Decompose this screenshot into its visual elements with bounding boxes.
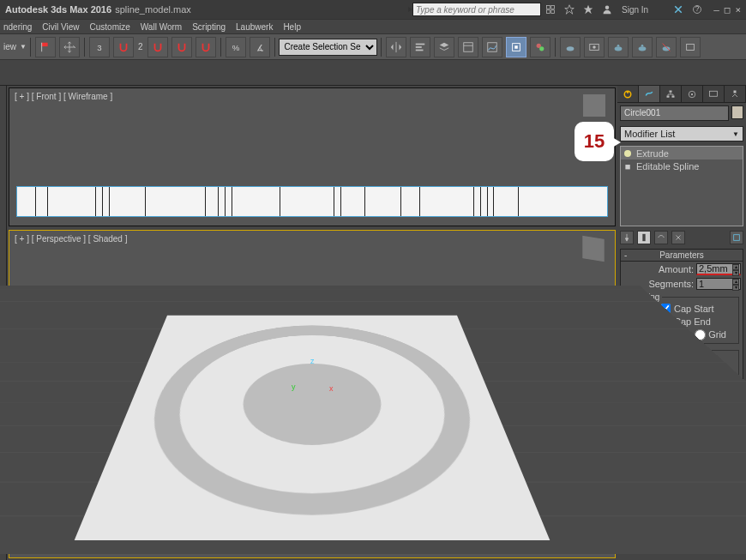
svg-point-26 — [593, 45, 596, 49]
menu-laubwerk[interactable]: Laubwerk — [236, 22, 273, 32]
render-setup-button[interactable] — [560, 37, 581, 57]
tab-create[interactable] — [617, 86, 639, 102]
scene-explorer-button[interactable] — [458, 37, 478, 57]
percent-snap-button[interactable]: % — [226, 37, 246, 57]
view-label: iew — [2, 42, 18, 51]
svg-rect-41 — [734, 90, 737, 93]
snap-toggle-button[interactable]: 3 — [89, 37, 110, 57]
close-button[interactable]: × — [735, 4, 741, 15]
spinner-down-icon[interactable]: ▾ — [732, 285, 739, 291]
sign-in-link[interactable]: Sign In — [622, 5, 648, 15]
amount-spinner[interactable]: 2,5mm ▴▾ — [696, 263, 741, 275]
menu-help[interactable]: Help — [283, 22, 301, 32]
segments-spinner[interactable]: 1 ▴▾ — [696, 278, 741, 290]
command-panel-tabs — [617, 86, 746, 103]
schematic-view-button[interactable] — [506, 37, 526, 57]
make-unique-button[interactable] — [654, 231, 668, 244]
svg-point-39 — [691, 93, 693, 94]
spinner-up-icon[interactable]: ▴ — [732, 279, 739, 285]
callout-number: 15 — [584, 130, 605, 153]
svg-point-30 — [641, 44, 643, 46]
expand-plus-icon[interactable]: ■ — [624, 161, 631, 172]
menu-civil-view[interactable]: Civil View — [42, 22, 79, 32]
svg-rect-1 — [551, 6, 555, 9]
pin-stack-button[interactable] — [620, 231, 634, 244]
viewcube-front[interactable] — [582, 93, 606, 117]
object-name-field[interactable]: Circle001 — [620, 105, 729, 121]
magnet-b-button[interactable] — [147, 37, 168, 57]
user-icon[interactable] — [600, 3, 614, 16]
toolbar-spacer — [0, 60, 746, 86]
search-submit-icon[interactable] — [544, 3, 557, 16]
search-box[interactable] — [412, 3, 541, 16]
magnet-d-button[interactable] — [196, 37, 216, 57]
tab-display[interactable] — [703, 86, 725, 102]
tab-utilities[interactable] — [725, 86, 746, 102]
material-editor-button[interactable] — [530, 37, 550, 57]
move-button[interactable] — [59, 37, 80, 57]
layers-button[interactable] — [434, 37, 454, 57]
viewport-perspective[interactable]: [ + ] [ Perspective ] [ Shaded ] z x y — [9, 230, 616, 558]
svg-point-23 — [539, 46, 544, 51]
main-toolbar: iew ▼ 3 2 % ∡ Create Selection Se — [0, 34, 746, 60]
menu-rendering[interactable]: ndering — [3, 22, 32, 32]
selection-set-dropdown[interactable]: Create Selection Se — [279, 39, 377, 56]
align-button[interactable] — [410, 37, 430, 57]
magnet-c-button[interactable] — [171, 37, 192, 57]
render-teapot-c-button[interactable] — [656, 37, 677, 57]
stack-label: Extrude — [636, 148, 669, 159]
rollout-header[interactable]: Parameters — [621, 250, 743, 262]
render-frame-button[interactable] — [584, 37, 605, 57]
stack-item-extrude[interactable]: Extrude — [621, 147, 743, 160]
remove-modifier-button[interactable] — [671, 231, 685, 244]
viewport-front[interactable]: [ + ] [ Front ] [ Wireframe ] — [9, 87, 616, 226]
viewport-front-label[interactable]: [ + ] [ Front ] [ Wireframe ] — [15, 92, 112, 101]
svg-rect-43 — [734, 235, 740, 241]
svg-rect-2 — [546, 10, 550, 14]
tab-motion[interactable] — [682, 86, 703, 102]
menu-customize[interactable]: Customize — [90, 22, 130, 32]
viewport-perspective-label[interactable]: [ + ] [ Perspective ] [ Shaded ] — [15, 234, 127, 244]
minimize-button[interactable]: — — [713, 4, 719, 15]
render-output-button[interactable] — [680, 37, 701, 57]
svg-text:%: % — [232, 42, 239, 51]
svg-point-24 — [566, 46, 574, 51]
svg-rect-15 — [415, 46, 421, 48]
tab-modify[interactable] — [639, 86, 660, 102]
search-input[interactable] — [413, 5, 540, 15]
app-title: Autodesk 3ds Max 2016 — [5, 4, 111, 15]
mirror-button[interactable] — [386, 37, 406, 57]
restore-button[interactable]: □ — [725, 4, 731, 15]
render-teapot-a-button[interactable] — [608, 37, 629, 57]
modifier-list-dropdown[interactable]: Modifier List▼ — [620, 126, 743, 142]
subscription-icon[interactable] — [563, 3, 576, 16]
help-icon[interactable]: ? — [690, 3, 704, 16]
favorite-icon[interactable] — [581, 3, 595, 16]
visibility-bulb-icon[interactable] — [624, 150, 631, 157]
spinner-up-icon[interactable]: ▴ — [732, 264, 739, 270]
viewcube-perspective[interactable] — [581, 235, 605, 263]
render-teapot-b-button[interactable] — [632, 37, 653, 57]
menu-wall-worm[interactable]: Wall Worm — [141, 22, 182, 32]
stack-item-editable-spline[interactable]: ■ Editable Spline — [621, 160, 743, 172]
modifier-stack[interactable]: Extrude ■ Editable Spline — [620, 146, 743, 226]
svg-rect-9 — [42, 42, 48, 45]
menu-scripting[interactable]: Scripting — [192, 22, 226, 32]
configure-sets-button[interactable] — [730, 231, 743, 244]
svg-rect-42 — [642, 234, 645, 241]
spinner-down-icon[interactable]: ▾ — [732, 270, 739, 276]
view-flyout-icon[interactable]: ▼ — [20, 43, 27, 51]
angle-snap-button[interactable]: ∡ — [250, 37, 270, 57]
annotation-callout: 15 — [575, 122, 614, 161]
svg-text:?: ? — [695, 5, 700, 13]
front-wireframe-strip — [16, 186, 608, 217]
svg-rect-21 — [514, 45, 518, 49]
magnet-a-button[interactable] — [113, 37, 134, 57]
show-end-result-button[interactable] — [637, 231, 651, 244]
stack-label: Editable Spline — [636, 161, 699, 172]
exchange-icon[interactable] — [671, 3, 685, 16]
curve-editor-button[interactable] — [482, 37, 502, 57]
tab-hierarchy[interactable] — [660, 86, 682, 102]
snap-flag-button[interactable] — [35, 37, 56, 57]
object-color-swatch[interactable] — [731, 105, 743, 119]
